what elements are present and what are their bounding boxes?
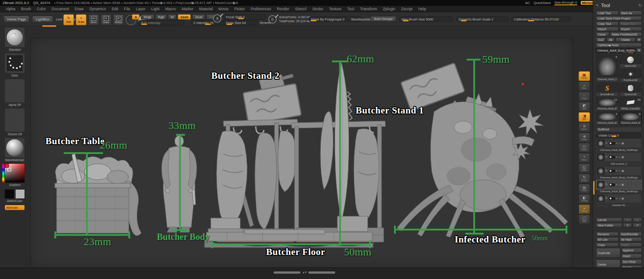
menu-movie[interactable]: Movie (216, 7, 232, 11)
half-circle-icon[interactable]: ◐ (616, 155, 618, 159)
rgb-intensity-slider[interactable]: Rgb Intensity (138, 20, 185, 25)
half-circle-icon[interactable]: ◐ (616, 183, 618, 186)
solo-button[interactable]: ◯Solo (578, 214, 590, 224)
menu-texture[interactable]: Texture (326, 7, 345, 11)
subtool-item[interactable]: ✎ ◐ ○ ◉ 100 props2_1 (596, 152, 642, 166)
subtool-item[interactable]: ✎ ◐ ○ ◉ Chimera_Adult_Body_NoWings (596, 166, 642, 179)
menu-zscript[interactable]: Zscript (398, 7, 415, 11)
paste-button[interactable]: Paste (619, 243, 642, 247)
half-circle-icon[interactable]: ◐ (616, 197, 618, 200)
ring-icon[interactable]: ○ (619, 197, 620, 200)
ring-icon[interactable]: ○ (619, 155, 620, 159)
document-canvas[interactable]: Butcher Table 26mm 23mm 33mm Butcher Bod… (30, 38, 573, 268)
duplicate-button[interactable]: Duplicate (596, 248, 620, 258)
edit-pencil-icon[interactable]: ✎ (605, 183, 608, 186)
eye-toggle[interactable] (609, 197, 615, 200)
floor-button[interactable]: ⊥Floor (578, 81, 590, 91)
menu-brush[interactable]: Brush (18, 7, 34, 11)
edit-pencil-icon[interactable]: ✎ (605, 142, 608, 145)
dynamic-brush-scale-slider[interactable]: Dynamic Brush Scale 1 (456, 16, 509, 22)
menu-document[interactable]: Document (49, 7, 72, 11)
menu-zplugin[interactable]: Zplugin (380, 7, 398, 11)
polyframe-button[interactable]: ▤PolyF (578, 184, 590, 194)
tool-thumb-simplebrush[interactable]: S SimpleBrush (596, 83, 619, 97)
paste-tool-button[interactable]: Paste Tool (619, 21, 642, 26)
menu-color[interactable]: Color (34, 7, 49, 11)
clone-button[interactable]: Clone (596, 32, 609, 36)
tool-thumb-polymesh3d[interactable]: ✶ PolyMesh3D (619, 69, 642, 82)
lightbox-tools-button[interactable]: Lightbox▶Tools (596, 43, 642, 47)
refresh-icon[interactable]: ↻ (638, 3, 642, 8)
secondary-color-swatch[interactable] (15, 189, 25, 199)
menu-picker[interactable]: Picker (231, 7, 248, 11)
a-toggle[interactable]: A (132, 14, 139, 20)
export-button[interactable]: Export (619, 27, 642, 31)
tool-thumb-cylinder3d[interactable]: Cylinder3D (619, 83, 642, 97)
ring-icon[interactable]: ○ (619, 169, 620, 173)
subtool-item-selected[interactable]: ✎ ◐ ○ ◉ Chimera_Adult_Body_NoWings (596, 180, 642, 193)
ring-icon[interactable]: ○ (619, 183, 620, 186)
see-through-slider[interactable]: See-through 0 (554, 0, 577, 5)
all-low-button[interactable]: All Low (596, 237, 619, 242)
rotate-button[interactable]: R Rotate (113, 14, 124, 25)
menu-stroke[interactable]: Stroke (309, 7, 326, 11)
subtool-item[interactable]: ✎ ◐ ○ ◉ Chimera_Adult_Body_NoWings (596, 138, 642, 152)
edit-pencil-icon[interactable]: ✎ (605, 197, 608, 200)
eye-toggle[interactable] (609, 183, 615, 186)
visibility-eye-icon[interactable]: ◉ (621, 183, 624, 186)
lightbox-button[interactable]: LightBox (32, 16, 53, 23)
menu-file[interactable]: File (121, 7, 133, 11)
tool-thumb-chimera-adult-e-3[interactable]: 3 Chimera_Adult_E (596, 112, 619, 125)
scale-doc-button[interactable]: ◱Scale (578, 163, 590, 173)
zoom-in-button[interactable]: ⊕Zoom (578, 133, 590, 142)
zsub-toggle[interactable]: Zsub (192, 14, 205, 20)
rgb-toggle[interactable]: Rgb (156, 14, 167, 20)
subtool-item[interactable]: ✎ ◐ ○ ◉ butcher 51 (596, 194, 642, 207)
visibility-eye-icon[interactable]: ◉ (621, 142, 624, 145)
menu-preferences[interactable]: Preferences (248, 7, 274, 11)
local-symmetry-button[interactable]: ∴L.Sym (578, 92, 590, 101)
frame-button[interactable]: ▢Frame (578, 143, 590, 153)
mrgb-toggle[interactable]: Mrgb (141, 14, 154, 20)
goz-all-button[interactable]: All (607, 37, 615, 42)
draw-size-slider[interactable]: Draw Size 64 (223, 20, 258, 25)
current-texture-button[interactable] (4, 108, 25, 132)
eye-toggle[interactable] (609, 170, 615, 173)
persp-button[interactable]: ▦Persp (578, 71, 590, 81)
max-brush-size-slider[interactable]: Max Brush Size 5000 (399, 16, 453, 22)
tool-thumb-chimera-adult-1[interactable]: 6 Chimera_Adult_1 (596, 55, 619, 82)
rotate-doc-button[interactable]: ↻Rotate (578, 174, 590, 183)
eye-toggle[interactable] (609, 156, 615, 159)
goz-r-button[interactable]: R (636, 37, 642, 42)
insert-button[interactable]: Insert (621, 254, 642, 259)
m-toggle[interactable]: M (168, 14, 176, 20)
current-stroke-button[interactable] (4, 53, 25, 73)
menu-layer[interactable]: Layer (133, 7, 148, 11)
scale-button[interactable]: S Scale (101, 14, 111, 25)
autoreorder-button[interactable]: AutoReorder (619, 232, 642, 236)
menu-alpha[interactable]: Alpha (3, 7, 18, 11)
switch-color-label[interactable]: SwitchColor (6, 199, 24, 203)
ghost-button[interactable]: ◒Ghost (578, 204, 590, 214)
current-brush-button[interactable] (4, 27, 25, 48)
load-tools-from-project-button[interactable]: Load Tools From Project (596, 16, 642, 20)
home-page-button[interactable]: Home Page (4, 16, 29, 23)
auto-groups-button[interactable]: Auto Groups (370, 16, 396, 22)
tool-thumb-sphere3d[interactable]: Sphere3D (619, 55, 642, 68)
color-picker[interactable] (4, 163, 25, 183)
menu-material[interactable]: Material (196, 7, 215, 11)
focal-shift-slider[interactable]: Focal Shift 0 (223, 14, 266, 20)
menu-transform[interactable]: Transform (357, 7, 380, 11)
save-as-button[interactable]: Save As (619, 11, 642, 15)
eye-toggle[interactable] (609, 142, 615, 145)
transparency-button[interactable]: ◧Transp (578, 194, 590, 204)
activate-button[interactable]: ◩Activ (578, 102, 590, 112)
make-polymesh3d-button[interactable]: Make PolyMesh3D (610, 32, 642, 36)
calibration-distance-slider[interactable]: Calibration Distance 59.07193 (511, 16, 571, 22)
list-all-button[interactable]: List All (596, 218, 622, 222)
visibility-eye-icon[interactable]: ◉ (621, 155, 624, 159)
ring-icon[interactable]: ○ (619, 142, 620, 145)
subtool-section-header[interactable]: Subtool (596, 127, 642, 132)
goz-button[interactable]: GoZ (596, 37, 606, 42)
append-button[interactable]: Append (621, 248, 642, 253)
